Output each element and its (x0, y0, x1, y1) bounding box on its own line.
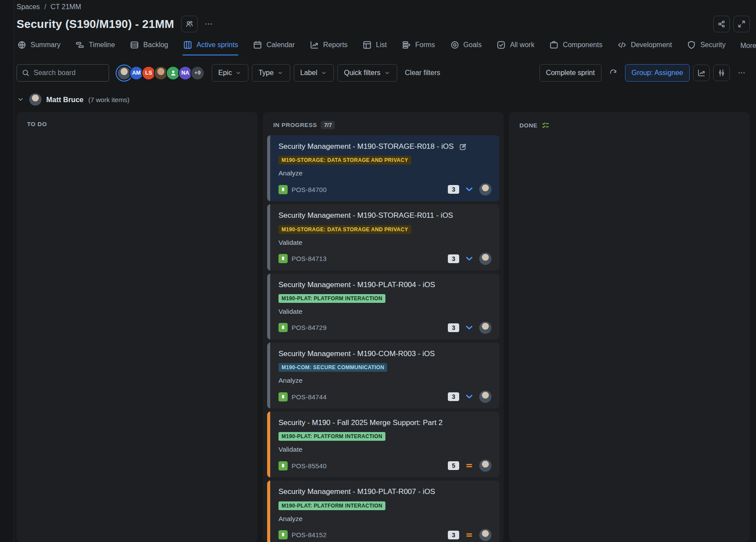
clear-filters-button[interactable]: Clear filters (405, 69, 440, 77)
card-status[interactable]: Analyze (278, 515, 491, 523)
swimlane-assignee-avatar[interactable] (29, 93, 41, 106)
collapse-swimlane-chevron-icon[interactable] (17, 96, 24, 103)
board-card[interactable]: Security Management - M190-PLAT-R004 - i… (267, 274, 499, 340)
tab-label: Timeline (89, 41, 115, 49)
estimate-badge: 3 (448, 323, 459, 332)
person-icon (169, 69, 177, 77)
bookmark-icon (280, 463, 286, 469)
tab-list[interactable]: List (362, 38, 387, 55)
filter-buttons: EpicTypeLabelQuick filters (212, 64, 397, 82)
assignee-avatar[interactable] (479, 322, 491, 334)
tab-calendar[interactable]: Calendar (252, 38, 295, 55)
tab-all-work[interactable]: All work (496, 38, 535, 55)
priority-medium-icon (464, 530, 474, 540)
assignee-avatar[interactable] (479, 460, 491, 472)
filter-type-button[interactable]: Type (252, 64, 290, 82)
card-issue-key[interactable]: POS-84729 (292, 324, 326, 331)
tab-label: Development (631, 41, 672, 49)
card-title-row: Security Management - M190-COM-R003 - iO… (278, 349, 491, 358)
breadcrumb-spaces[interactable]: Spaces (17, 3, 40, 11)
tab-security[interactable]: Security (686, 38, 726, 55)
group-by-button[interactable]: Group: Assignee (625, 64, 690, 82)
card-status[interactable]: Validate (278, 308, 491, 316)
tab-reports[interactable]: Reports (309, 38, 348, 55)
card-issue-key[interactable]: POS-84700 (292, 186, 326, 193)
tab-development[interactable]: Development (617, 38, 672, 55)
card-footer: POS-841523 (278, 529, 491, 541)
tab-goals-icon (450, 40, 460, 50)
tab-globe-icon (17, 40, 27, 50)
assignee-avatar[interactable] (479, 183, 491, 196)
loop-button[interactable] (605, 65, 622, 81)
fullscreen-button[interactable] (733, 16, 750, 32)
card-status[interactable]: Validate (278, 239, 491, 247)
board-column-done: DONE (509, 112, 750, 542)
assignee-avatar[interactable] (479, 529, 491, 541)
board-card[interactable]: Security Management - M190-STORAGE-R018 … (267, 135, 499, 201)
window-actions (713, 16, 750, 32)
card-status[interactable]: Validate (278, 446, 491, 453)
card-issue-key[interactable]: POS-84152 (292, 531, 326, 539)
board-more-button[interactable] (733, 65, 750, 81)
assignee-avatar[interactable] (479, 253, 491, 265)
tab-more[interactable]: More9+ (740, 40, 756, 55)
filter-label-button[interactable]: Label (294, 64, 334, 82)
tab-label: More (740, 42, 756, 50)
board-card[interactable]: Security Management - M190-COM-R003 - iO… (267, 343, 499, 408)
estimate-badge: 5 (448, 461, 459, 470)
assignee-avatar[interactable] (479, 391, 491, 403)
view-tabs: SummaryTimelineBacklogActive sprintsCale… (17, 38, 750, 55)
card-status[interactable]: Analyze (278, 377, 491, 384)
breadcrumb-project[interactable]: CT 21MM (51, 3, 81, 11)
tab-label: Forms (415, 41, 435, 49)
story-type-icon (278, 185, 288, 194)
card-issue-key[interactable]: POS-84744 (292, 393, 326, 401)
card-label-badge[interactable]: M190-PLAT: PLATFORM INTERACTION (278, 294, 385, 303)
board-card[interactable]: Security Management - M190-PLAT-R007 - i… (267, 480, 499, 542)
tab-goals[interactable]: Goals (450, 38, 482, 55)
tab-backlog[interactable]: Backlog (129, 38, 168, 55)
tab-forms[interactable]: Forms (401, 38, 435, 55)
tab-components-icon (549, 40, 559, 50)
share-button[interactable] (713, 16, 730, 32)
card-status[interactable]: Analyze (278, 169, 491, 177)
title-more-button[interactable] (200, 16, 217, 32)
estimate-badge: 3 (448, 531, 459, 539)
column-title: DONE (519, 122, 537, 129)
search-input[interactable] (34, 69, 104, 77)
card-label-badge[interactable]: M190-STORAGE: DATA STORAGE AND PRIVACY (278, 156, 411, 165)
tab-components[interactable]: Components (549, 38, 603, 55)
tab-summary[interactable]: Summary (17, 38, 61, 55)
board-card[interactable]: Security Management - M190-STORAGE-R011 … (267, 204, 499, 270)
card-label-badge[interactable]: M190-PLAT: PLATFORM INTERACTION (278, 432, 385, 441)
card-issue-key[interactable]: POS-85540 (292, 462, 326, 470)
estimate-badge: 3 (448, 185, 459, 194)
card-label-badge[interactable]: M190-COM: SECURE COMMUNICATION (278, 363, 387, 372)
board-card[interactable]: Security - M190 - Fall 2025 Merge Suppor… (267, 412, 499, 477)
card-title: Security Management - M190-PLAT-R007 - i… (278, 487, 435, 496)
card-label-badge[interactable]: M190-STORAGE: DATA STORAGE AND PRIVACY (278, 225, 411, 234)
tab-label: All work (510, 41, 534, 49)
tab-label: Summary (31, 41, 60, 49)
avatar-overflow[interactable]: +9 (190, 66, 205, 80)
card-title-row: Security Management - M190-STORAGE-R018 … (278, 142, 491, 151)
view-settings-button[interactable] (713, 65, 730, 81)
filter-label: Type (258, 69, 274, 77)
complete-sprint-button[interactable]: Complete sprint (540, 64, 601, 82)
filter-quick-filters-button[interactable]: Quick filters (337, 64, 397, 82)
card-title: Security Management - M190-STORAGE-R011 … (278, 211, 453, 220)
card-label-badge[interactable]: M190-PLAT: PLATFORM INTERACTION (278, 501, 385, 510)
insights-button[interactable] (693, 65, 710, 81)
card-issue-key[interactable]: POS-84713 (292, 255, 326, 262)
loop-icon (609, 69, 618, 77)
search-board (17, 64, 109, 82)
card-title-row: Security Management - M190-PLAT-R007 - i… (278, 487, 491, 496)
tab-timeline[interactable]: Timeline (75, 38, 115, 55)
filter-epic-button[interactable]: Epic (212, 64, 248, 82)
priority-low-icon (464, 185, 474, 194)
estimate-badge: 3 (448, 392, 459, 401)
people-button[interactable] (181, 16, 198, 32)
avatar-initials: LS (145, 70, 152, 76)
tab-active-sprints[interactable]: Active sprints (182, 38, 238, 55)
board-column-in-progress: IN PROGRESS7/7Security Management - M190… (263, 112, 504, 542)
